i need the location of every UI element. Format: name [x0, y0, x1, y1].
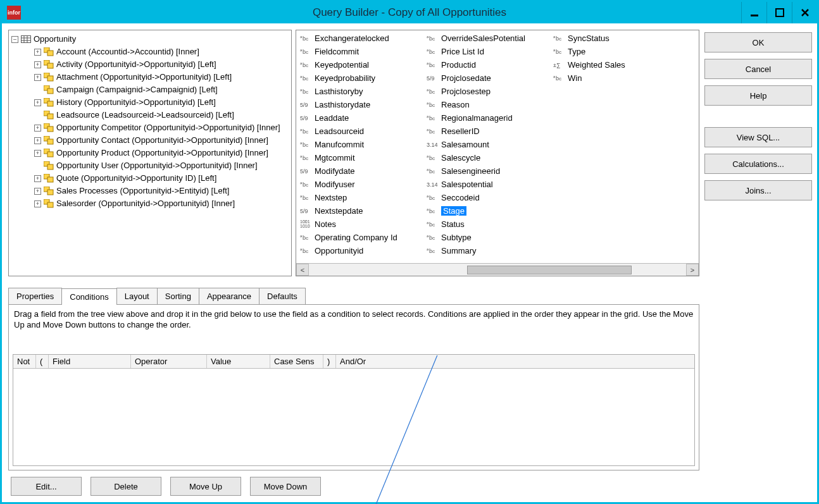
expand-icon[interactable]: + — [34, 99, 41, 106]
field-item[interactable]: ᵃbc Modifyuser — [299, 178, 425, 191]
cancel-button[interactable]: Cancel — [704, 59, 812, 79]
field-item[interactable]: ᵃbc Salescycle — [425, 151, 552, 164]
field-item[interactable]: 10011010 Notes — [299, 218, 425, 231]
field-item[interactable]: ᵃbc OverrideSalesPotential — [425, 32, 552, 45]
scroll-left-button[interactable]: < — [296, 264, 309, 276]
field-item[interactable]: ᵃbc Status — [425, 218, 552, 231]
main-column: – Opportunity + Account (Accountid->Acco… — [8, 30, 699, 496]
field-item[interactable]: 3.14 Salesamount — [425, 138, 552, 151]
field-item[interactable]: 5/9 Leaddate — [299, 111, 425, 125]
field-item[interactable]: ᵃbc Salesengineerid — [425, 164, 552, 178]
tree-node[interactable]: + Sales Processes (Opportunityid->Entity… — [34, 185, 291, 197]
field-item[interactable]: 5/9 Modifydate — [299, 164, 425, 178]
field-item[interactable]: ᵃbc Summary — [425, 244, 552, 257]
field-item[interactable]: ᵃbc Fieldcommit — [299, 45, 425, 58]
field-item[interactable]: ᵃbc Stage — [425, 204, 552, 218]
tree-node[interactable]: + Opportunity Product (Opportunityid->Op… — [34, 147, 291, 159]
expand-icon[interactable]: + — [34, 61, 41, 68]
field-label: Exchangeratelocked — [315, 34, 389, 43]
tab-appearance[interactable]: Appearance — [199, 288, 259, 304]
expand-icon[interactable]: + — [34, 137, 41, 144]
ok-button[interactable]: OK — [704, 32, 812, 52]
tree-node[interactable]: Opportunity User (Opportunityid->Opportu… — [34, 159, 291, 172]
tab-defaults[interactable]: Defaults — [259, 288, 306, 304]
field-item[interactable]: ᵃbc SyncStatus — [552, 32, 678, 45]
field-item[interactable]: 3.14 Salespotential — [425, 178, 552, 191]
scroll-track[interactable] — [309, 264, 686, 276]
tab-conditions[interactable]: Conditions — [61, 288, 116, 305]
field-item[interactable]: ᵃbc Mgtcommit — [299, 151, 425, 164]
tree-node[interactable]: + Activity (Opportunityid->Opportunityid… — [34, 58, 291, 71]
expand-icon[interactable]: + — [34, 74, 41, 81]
help-button[interactable]: Help — [704, 85, 812, 106]
field-item[interactable]: ᵃbc Regionalmanagerid — [425, 111, 552, 125]
field-type-icon: ᵃbc — [427, 235, 439, 241]
field-item[interactable]: 5/9 Nextstepdate — [299, 204, 425, 218]
field-item[interactable]: ᵃbc Reason — [425, 98, 552, 111]
field-type-icon: ᵃbc — [300, 248, 313, 254]
expand-icon[interactable]: + — [34, 200, 41, 207]
field-item[interactable]: ᵃbc Projclosestep — [425, 85, 552, 98]
tree-root-node[interactable]: – Opportunity — [11, 33, 291, 46]
tree-node[interactable]: + Attachment (Opportunityid->Opportunity… — [34, 71, 291, 83]
field-item[interactable]: ᵃbc Operating Company Id — [299, 231, 425, 244]
tab-properties[interactable]: Properties — [8, 288, 62, 304]
tree-node[interactable]: + Opportunity Contact (Opportunityid->Op… — [34, 134, 291, 147]
tree-node[interactable]: + Account (Accountid->Accountid) [Inner] — [34, 46, 291, 58]
expand-icon[interactable]: + — [34, 188, 41, 195]
calculations-button[interactable]: Calculations... — [704, 154, 812, 174]
field-item[interactable]: ᵃbc Opportunityid — [299, 244, 425, 257]
joins-button[interactable]: Joins... — [704, 180, 812, 200]
scroll-right-button[interactable]: > — [686, 264, 699, 276]
close-button[interactable] — [792, 2, 817, 23]
field-item[interactable]: ᵃbc Price List Id — [425, 45, 552, 58]
field-item[interactable]: ᵃbc Productid — [425, 58, 552, 71]
field-item[interactable]: ᵃbc Keyedprobability — [299, 71, 425, 85]
tree-node[interactable]: Leadsource (Leadsourceid->Leadsourceid) … — [34, 109, 291, 121]
expand-icon[interactable]: + — [34, 125, 41, 132]
entity-tree[interactable]: – Opportunity + Account (Accountid->Acco… — [8, 30, 292, 276]
field-item[interactable]: ᵃbc Win — [552, 71, 678, 85]
field-item[interactable]: ᵃbc Nextstep — [299, 191, 425, 204]
field-item[interactable]: 5/9 Lasthistorydate — [299, 98, 425, 111]
fields-hscrollbar[interactable]: < > — [296, 263, 699, 276]
field-item[interactable]: ᵃbc Keyedpotential — [299, 58, 425, 71]
field-type-icon: ᵃbc — [553, 75, 566, 82]
view-sql-button[interactable]: View SQL... — [704, 127, 812, 147]
field-item[interactable]: ᵃbc Leadsourceid — [299, 125, 425, 138]
minimize-button[interactable] — [741, 2, 766, 23]
field-type-icon: 5/9 — [300, 168, 313, 175]
expand-icon[interactable]: + — [34, 175, 41, 182]
delete-button[interactable]: Delete — [91, 477, 161, 496]
tree-node[interactable]: + Opportunity Competitor (Opportunityid-… — [34, 121, 291, 134]
join-icon — [44, 47, 54, 56]
field-item[interactable]: ±∑ Weighted Sales — [552, 58, 678, 71]
maximize-button[interactable] — [766, 2, 792, 23]
field-item[interactable]: ᵃbc Seccodeid — [425, 191, 552, 204]
expand-icon[interactable]: + — [34, 150, 41, 157]
field-item[interactable]: ᵃbc Exchangeratelocked — [299, 32, 425, 45]
window-controls — [741, 2, 817, 23]
collapse-icon[interactable]: – — [11, 36, 18, 43]
tree-node[interactable]: + History (Opportunityid->Opportunityid)… — [34, 96, 291, 109]
svg-rect-30 — [47, 190, 53, 195]
field-item[interactable]: ᵃbc Manufcommit — [299, 138, 425, 151]
move-down-button[interactable]: Move Down — [250, 477, 321, 496]
move-up-button[interactable]: Move Up — [170, 477, 241, 496]
field-item[interactable]: ᵃbc Type — [552, 45, 678, 58]
edit-button[interactable]: Edit... — [11, 477, 82, 496]
expand-icon[interactable]: + — [34, 49, 41, 56]
tab-layout[interactable]: Layout — [116, 288, 158, 304]
field-label: Stage — [441, 206, 466, 216]
field-item[interactable]: 5/9 Projclosedate — [425, 71, 552, 85]
tree-node-label: Opportunity — [34, 33, 76, 46]
conditions-grid[interactable]: Not ( Field Operator Value Case Sens ) A… — [13, 354, 695, 466]
tree-node[interactable]: Campaign (Campaignid->Campaignid) [Left] — [34, 83, 291, 96]
scroll-thumb[interactable] — [467, 266, 632, 274]
tab-sorting[interactable]: Sorting — [157, 288, 199, 304]
field-item[interactable]: ᵃbc Lasthistoryby — [299, 85, 425, 98]
tree-node[interactable]: + Salesorder (Opportunityid->Opportunity… — [34, 197, 291, 210]
field-item[interactable]: ᵃbc ResellerID — [425, 125, 552, 138]
tree-node[interactable]: + Quote (Opportunityid->Opportunity ID) … — [34, 172, 291, 185]
field-item[interactable]: ᵃbc Subtype — [425, 231, 552, 244]
